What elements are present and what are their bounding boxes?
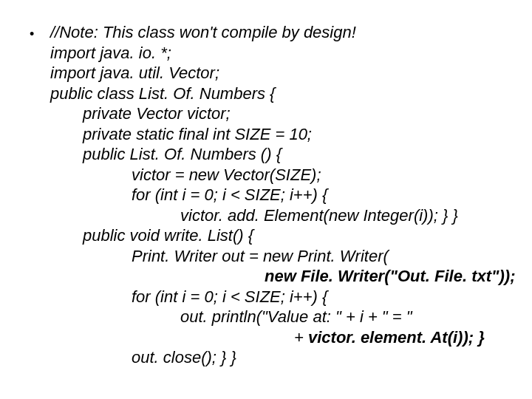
- code-line: //Note: This class won't compile by desi…: [50, 22, 515, 43]
- code-text-bold: victor. element. At(i)); }: [308, 328, 485, 347]
- code-line: private static final int SIZE = 10;: [83, 124, 515, 145]
- bullet-item: • //Note: This class won't compile by de…: [30, 22, 510, 368]
- code-line: public List. Of. Numbers () {: [83, 144, 515, 165]
- code-line: import java. util. Vector;: [50, 63, 515, 83]
- code-line: for (int i = 0; i < SIZE; i++) {: [132, 185, 515, 205]
- code-line: victor = new Vector(SIZE);: [132, 165, 515, 185]
- code-block: //Note: This class won't compile by desi…: [50, 22, 515, 368]
- code-line: victor. add. Element(new Integer(i)); } …: [180, 205, 515, 226]
- code-line: out. println("Value at: " + i + " = ": [180, 307, 515, 327]
- code-line: for (int i = 0; i < SIZE; i++) {: [132, 287, 515, 307]
- code-line: + victor. element. At(i)); }: [294, 327, 515, 348]
- code-line: new File. Writer("Out. File. txt"));: [265, 266, 515, 287]
- code-line: out. close(); } }: [132, 347, 515, 368]
- code-line: Print. Writer out = new Print. Writer(: [132, 246, 515, 267]
- code-line: public void write. List() {: [83, 225, 515, 246]
- bullet-marker: •: [30, 22, 50, 43]
- code-text: +: [294, 328, 308, 347]
- code-line: import java. io. *;: [50, 43, 515, 64]
- code-line: private Vector victor;: [83, 103, 515, 124]
- code-line: public class List. Of. Numbers {: [50, 83, 515, 104]
